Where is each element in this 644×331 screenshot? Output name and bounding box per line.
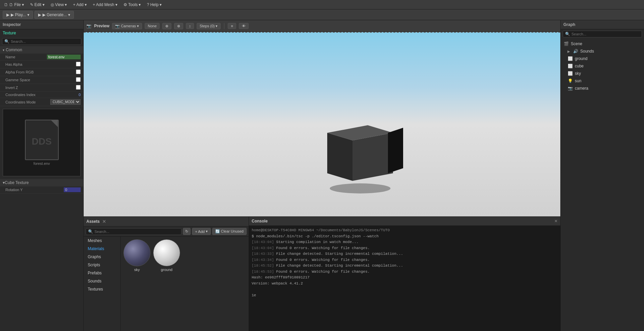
assets-nav-materials[interactable]: Materials [84, 245, 120, 253]
assets-search-input[interactable] [94, 230, 179, 234]
bottom-panels: Assets ✕ 🔍 ↻ + Add ▾ [84, 216, 560, 331]
console-panel: Console ✕ home@DESKTOP-T54C8HD MINGW64 ~… [249, 217, 560, 331]
dds-filename: forest.env [25, 161, 59, 166]
assets-refresh-button[interactable]: ↻ [183, 228, 191, 235]
assets-grid: sky ground [121, 237, 249, 331]
assets-toolbar: 🔍 ↻ + Add ▾ 🔄 Clear Unused [84, 227, 249, 237]
dds-preview: DDS forest.env [3, 109, 81, 176]
prop-coordinates-index: Coordinates Index 0 [0, 92, 83, 98]
console-close-button[interactable]: ✕ [554, 219, 558, 223]
assets-search-icon: 🔍 [88, 229, 93, 234]
name-input[interactable] [47, 55, 81, 59]
prop-invert-z: Invert Z [0, 84, 83, 92]
tree-item-cube[interactable]: ⬜ cube [561, 62, 644, 70]
graph-tree: 🎬 Scene ▶ 🔊 Sounds ⬜ ground ⬜ cube ⬜ [561, 39, 644, 331]
console-content[interactable]: home@DESKTOP-T54C8HD MINGW64 ~/Documents… [249, 226, 560, 331]
graph-header: Graph [561, 20, 644, 29]
assets-close-button[interactable]: ✕ [102, 219, 246, 224]
cube-texture-header[interactable]: ▾ Cube Texture [0, 179, 83, 186]
graph-search-box: 🔍 [563, 31, 642, 37]
coordinates-mode-select[interactable]: CUBIC_MODE [50, 99, 81, 105]
cameras-button[interactable]: 📷 Cameras ▾ [112, 23, 142, 29]
gamme-space-checkbox[interactable] [76, 77, 81, 82]
prop-name: Name [0, 54, 83, 61]
tree-item-sky[interactable]: ⬜ sky [561, 70, 644, 77]
console-line: $ node_modules/.bin/tsc -p ./editor.tsco… [252, 234, 558, 239]
camera-tree-icon: 📷 [567, 86, 573, 91]
material-sky[interactable]: sky [123, 239, 150, 272]
rotate-icon-button[interactable]: ⊗ [174, 23, 183, 29]
material-ground[interactable]: ground [153, 239, 180, 272]
preview-panel: 📷 Preview 📷 Cameras ▾ None ⊕ ⊗ ↕ Steps (… [84, 20, 560, 216]
tree-item-camera[interactable]: 📷 camera [561, 85, 644, 92]
assets-nav-scripts[interactable]: Scripts [84, 261, 120, 269]
console-line: [18:43:34] Found 0 errors. Watching for … [252, 257, 558, 263]
menu-file[interactable]: 🗋 🗋 File ▾ [1, 1, 27, 8]
play-icon: ▶ [6, 12, 9, 17]
main-layout: Inspector Texture 🔍 ▾ Common Name Has Al… [0, 20, 644, 331]
move-icon-button[interactable]: ⊕ [162, 23, 171, 29]
sky-icon: ⬜ [567, 71, 573, 76]
console-line [252, 287, 558, 292]
assets-nav-sounds[interactable]: Sounds [84, 277, 120, 285]
console-line: 1e [252, 293, 558, 298]
menu-tools[interactable]: ⚙ Tools ▾ [121, 1, 143, 8]
camera-icon: 📷 [86, 24, 91, 28]
tree-item-scene[interactable]: 🎬 Scene [561, 40, 644, 48]
ground-material-thumb [153, 239, 180, 266]
menu-help[interactable]: ? Help ▾ [144, 1, 164, 8]
tree-item-sounds[interactable]: ▶ 🔊 Sounds [561, 48, 644, 55]
menu-add[interactable]: + Add ▾ [71, 1, 89, 8]
assets-nav-meshes[interactable]: Meshes [84, 237, 120, 245]
sounds-arrow-icon: ▶ [567, 50, 570, 53]
preview-canvas[interactable] [84, 32, 560, 216]
assets-search-box: 🔍 [86, 228, 181, 235]
generate-button[interactable]: ▶ ▶ Generate... ▾ [34, 11, 74, 19]
has-alpha-checkbox[interactable] [76, 62, 81, 66]
prop-has-alpha: Has Alpha [0, 61, 83, 68]
menu-edit[interactable]: ✎ Edit ▾ [27, 1, 47, 8]
assets-nav-prefabs[interactable]: Prefabs [84, 269, 120, 277]
preview-header: 📷 Preview 📷 Cameras ▾ None ⊕ ⊗ ↕ Steps (… [84, 20, 560, 32]
cube-icon: ⬜ [567, 64, 573, 68]
menu-add-mesh[interactable]: + Add Mesh ▾ [90, 1, 120, 8]
rotation-y-input[interactable] [64, 187, 81, 192]
assets-nav-graphs[interactable]: Graphs [84, 253, 120, 261]
inspector-search-input[interactable] [11, 39, 79, 43]
scale-icon-button[interactable]: ↕ [186, 23, 194, 29]
inspector-search-box: 🔍 [2, 38, 81, 45]
add-dropdown-icon: ▾ [206, 229, 208, 234]
cameras-dropdown-icon: ▾ [137, 24, 139, 28]
console-line: Version: webpack 4.41.2 [252, 281, 558, 287]
inspector-header: Inspector [0, 20, 83, 29]
steps-button[interactable]: Steps (0) ▾ [197, 23, 221, 29]
prop-coordinates-mode: Coordinates Mode CUBIC_MODE [0, 98, 83, 106]
center-area: 📷 Preview 📷 Cameras ▾ None ⊕ ⊗ ↕ Steps (… [84, 20, 560, 331]
assets-header: Assets ✕ [84, 217, 249, 227]
graph-panel: Graph 🔍 🎬 Scene ▶ 🔊 Sounds ⬜ ground [560, 20, 644, 331]
none-button[interactable]: None [145, 23, 160, 29]
common-section-header[interactable]: ▾ Common [0, 46, 83, 54]
assets-nav-textures[interactable]: Textures [84, 285, 120, 293]
tree-item-sun[interactable]: 💡 sun [561, 77, 644, 85]
dds-icon: DDS forest.env [25, 120, 59, 166]
graph-search-input[interactable] [571, 32, 640, 36]
clear-unused-button[interactable]: 🔄 Clear Unused [212, 228, 247, 235]
eye-icon-button[interactable]: 👁 [239, 23, 249, 29]
console-line: [18:45:53] Found 0 errors. Watching for … [252, 269, 558, 275]
play-button[interactable]: ▶ ▶ Play... ▾ [3, 11, 33, 19]
alpha-from-rgb-checkbox[interactable] [76, 69, 81, 74]
generate-dropdown-icon: ▾ [68, 12, 70, 17]
console-line: home@DESKTOP-T54C8HD MINGW64 ~/Documents… [252, 228, 558, 233]
menu-view[interactable]: ◎ View ▾ [48, 1, 69, 8]
svg-marker-4 [388, 128, 403, 173]
sun-icon: 💡 [567, 79, 573, 83]
inspector-section-title: Texture [0, 29, 83, 37]
menu-icon-button[interactable]: ≡ [228, 23, 236, 29]
invert-z-checkbox[interactable] [76, 85, 81, 90]
console-header: Console ✕ [249, 217, 560, 226]
search-icon: 🔍 [4, 39, 9, 44]
assets-add-button[interactable]: + Add ▾ [192, 228, 211, 235]
assets-panel: Assets ✕ 🔍 ↻ + Add ▾ [84, 217, 249, 331]
tree-item-ground[interactable]: ⬜ ground [561, 55, 644, 62]
